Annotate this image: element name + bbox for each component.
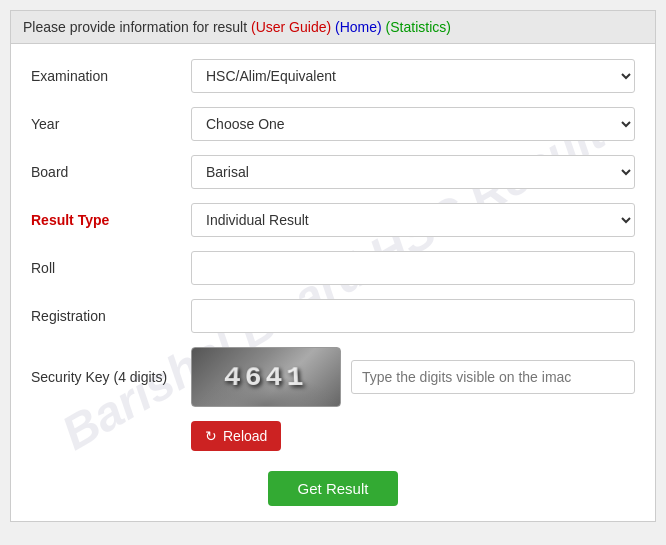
board-row: Board Barisal Dhaka Chittagong Rajshahi … — [31, 155, 635, 189]
submit-row: Get Result — [31, 471, 635, 506]
result-type-row: Result Type Individual Result Institutio… — [31, 203, 635, 237]
year-select[interactable]: Choose One 2023 2022 2021 2020 — [191, 107, 635, 141]
security-key-label: Security Key (4 digits) — [31, 369, 191, 385]
security-key-row: Security Key (4 digits) 4641 — [31, 347, 635, 407]
security-content: 4641 — [191, 347, 635, 407]
registration-input[interactable] — [191, 299, 635, 333]
examination-select[interactable]: HSC/Alim/Equivalent SSC/Dakhil/Equivalen… — [191, 59, 635, 93]
roll-row: Roll — [31, 251, 635, 285]
header-text: Please provide information for result — [23, 19, 247, 35]
form-area: Barishal Board HSC Result Examination HS… — [11, 44, 655, 521]
page-header: Please provide information for result (U… — [11, 11, 655, 44]
captcha-digits: 4641 — [223, 362, 309, 393]
result-type-label: Result Type — [31, 212, 191, 228]
home-link[interactable]: (Home) — [335, 19, 382, 35]
board-select[interactable]: Barisal Dhaka Chittagong Rajshahi Comill… — [191, 155, 635, 189]
year-label: Year — [31, 116, 191, 132]
reload-icon: ↻ — [205, 428, 217, 444]
examination-label: Examination — [31, 68, 191, 84]
captcha-input[interactable] — [351, 360, 635, 394]
result-type-select[interactable]: Individual Result Institution Result — [191, 203, 635, 237]
statistics-link[interactable]: (Statistics) — [386, 19, 451, 35]
reload-label: Reload — [223, 428, 267, 444]
registration-label: Registration — [31, 308, 191, 324]
roll-label: Roll — [31, 260, 191, 276]
registration-row: Registration — [31, 299, 635, 333]
year-row: Year Choose One 2023 2022 2021 2020 — [31, 107, 635, 141]
examination-row: Examination HSC/Alim/Equivalent SSC/Dakh… — [31, 59, 635, 93]
reload-row: ↻ Reload — [31, 421, 635, 451]
reload-button[interactable]: ↻ Reload — [191, 421, 281, 451]
submit-button[interactable]: Get Result — [268, 471, 399, 506]
captcha-image: 4641 — [191, 347, 341, 407]
roll-input[interactable] — [191, 251, 635, 285]
board-label: Board — [31, 164, 191, 180]
user-guide-link[interactable]: (User Guide) — [251, 19, 331, 35]
